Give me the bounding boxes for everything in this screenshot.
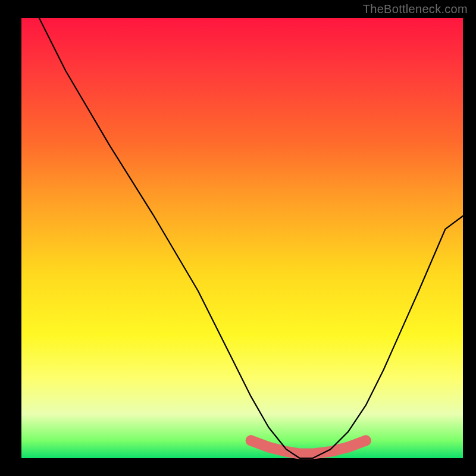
chart-frame: TheBottleneck.com [0, 0, 476, 476]
chart-svg [0, 0, 476, 476]
watermark-text: TheBottleneck.com [363, 2, 468, 16]
bottleneck-curve-line [39, 18, 463, 458]
band-start-dot [246, 435, 256, 446]
optimal-band-line [251, 440, 366, 453]
band-end-dot [361, 435, 371, 446]
